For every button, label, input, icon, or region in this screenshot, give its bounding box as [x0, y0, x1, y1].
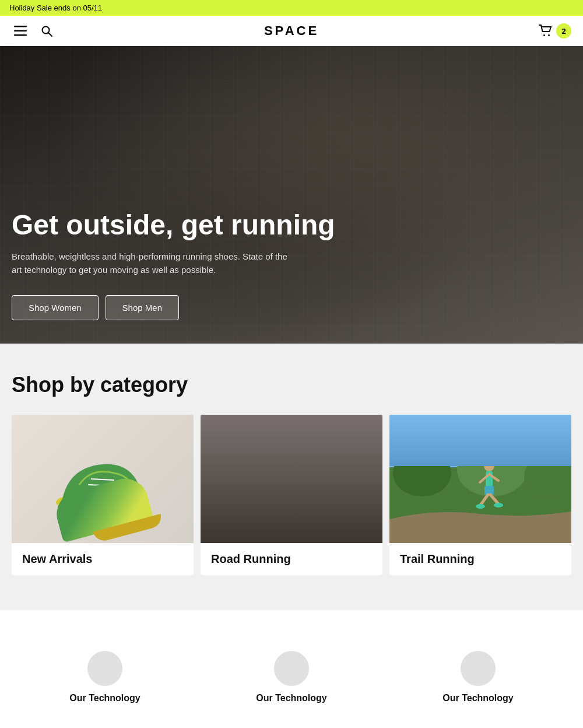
svg-point-7 [56, 492, 149, 513]
road-running-image: 2+40 ✓ [201, 415, 382, 543]
header: SPACE 2 [0, 16, 583, 46]
tech-item-1: Our Technology [12, 639, 198, 715]
hero-buttons: Shop Women Shop Men [12, 295, 571, 320]
svg-rect-1 [14, 30, 27, 32]
announcement-text: Holiday Sale ends on 05/11 [9, 4, 102, 12]
road-running-label: Road Running [201, 543, 382, 575]
svg-point-5 [543, 34, 545, 36]
svg-rect-11 [201, 415, 382, 543]
svg-point-26 [393, 450, 451, 496]
menu-icon [14, 26, 27, 36]
hero-subtitle: Breathable, weightless and high-performi… [12, 250, 292, 276]
shop-women-button[interactable]: Shop Women [12, 295, 99, 320]
svg-rect-24 [389, 415, 571, 467]
svg-line-22 [285, 474, 292, 485]
svg-point-37 [494, 503, 503, 508]
svg-text:✓: ✓ [280, 435, 286, 443]
category-image-trail-running [389, 415, 571, 543]
svg-line-21 [292, 457, 300, 464]
svg-rect-12 [201, 415, 382, 508]
category-card-road-running[interactable]: 2+40 ✓ [201, 415, 382, 575]
new-arrivals-label: New Arrivals [12, 543, 194, 575]
svg-rect-2 [14, 34, 27, 36]
search-button[interactable] [38, 23, 55, 39]
tech-label-1: Our Technology [69, 693, 140, 704]
trail-running-graphic [389, 415, 571, 543]
tech-icon-1 [87, 651, 122, 686]
svg-point-6 [548, 34, 550, 36]
hero-content: Get outside, get running Breathable, wei… [12, 210, 571, 320]
category-card-trail-running[interactable]: Trail Running [389, 415, 571, 575]
trail-running-label: Trail Running [389, 543, 571, 575]
road-running-graphic: 2+40 ✓ [201, 415, 382, 543]
hero-section: Get outside, get running Breathable, wei… [0, 46, 583, 344]
search-icon [41, 25, 52, 37]
cart-count: 2 [556, 23, 571, 38]
cart-badge[interactable]: 2 [539, 23, 571, 38]
category-card-new-arrivals[interactable]: New Arrivals [12, 415, 194, 575]
svg-rect-17 [201, 508, 382, 543]
cart-icon [539, 24, 553, 37]
category-image-road-running: 2+40 ✓ [201, 415, 382, 543]
svg-rect-13 [210, 432, 257, 456]
svg-point-3 [43, 27, 50, 34]
header-right: 2 [539, 23, 571, 38]
tech-label-2: Our Technology [256, 693, 326, 704]
svg-point-36 [476, 504, 485, 509]
svg-rect-19 [289, 454, 294, 474]
svg-rect-0 [14, 26, 27, 27]
svg-rect-14 [268, 426, 297, 444]
tech-item-2: Our Technology [198, 639, 385, 715]
new-arrivals-image [12, 415, 194, 543]
new-arrivals-graphic [44, 432, 161, 526]
category-image-new-arrivals [12, 415, 194, 543]
svg-line-20 [283, 457, 292, 466]
hero-title: Get outside, get running [12, 210, 571, 241]
svg-line-4 [49, 33, 52, 37]
svg-line-10 [86, 491, 119, 492]
tech-icon-3 [461, 651, 496, 686]
shop-men-button[interactable]: Shop Men [106, 295, 179, 320]
categories-section: Shop by category [0, 344, 583, 610]
svg-point-18 [286, 443, 297, 454]
trail-running-image [389, 415, 571, 543]
menu-button[interactable] [12, 23, 29, 38]
tech-section: Our Technology Our Technology Our Techno… [0, 610, 583, 728]
tech-label-3: Our Technology [442, 693, 513, 704]
logo[interactable]: SPACE [264, 23, 319, 38]
categories-grid: New Arrivals 2+40 ✓ [12, 415, 571, 575]
tech-icon-2 [274, 651, 309, 686]
categories-title: Shop by category [12, 373, 571, 397]
svg-text:2+40: 2+40 [216, 440, 237, 450]
svg-rect-31 [484, 486, 494, 495]
announcement-bar: Holiday Sale ends on 05/11 [0, 0, 583, 16]
tech-item-3: Our Technology [385, 639, 571, 715]
header-left [12, 23, 55, 39]
svg-line-23 [292, 474, 298, 484]
